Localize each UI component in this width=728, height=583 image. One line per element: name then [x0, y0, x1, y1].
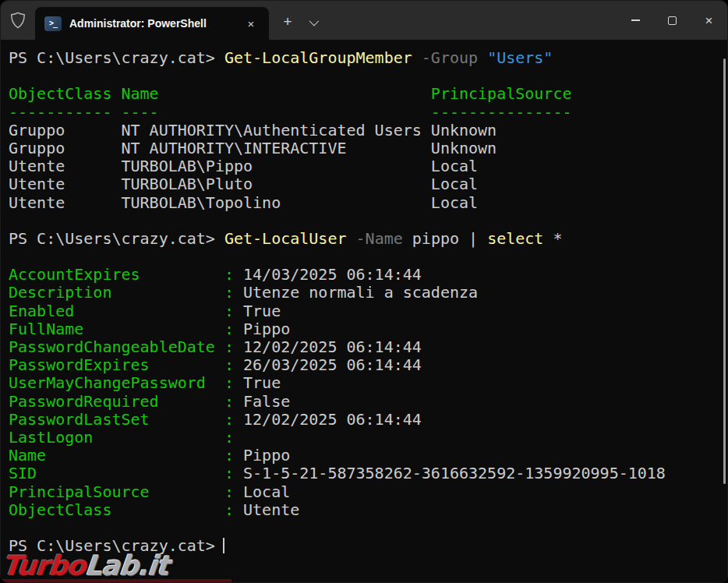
terminal-line: Gruppo NT AUTHORITY\Authenticated Users … — [9, 122, 719, 140]
terminal-line: SID : S-1-5-21-587358262-3616632592-1359… — [9, 465, 719, 482]
terminal-line: Enabled : True — [9, 302, 719, 320]
terminal-content[interactable]: PS C:\Users\crazy.cat> Get-LocalGroupMem… — [1, 40, 727, 582]
terminal-line — [9, 248, 719, 266]
terminal-line — [9, 212, 719, 230]
new-tab-button[interactable]: + — [275, 9, 300, 35]
terminal-line: ObjectClass Name PrincipalSource — [9, 85, 719, 103]
terminal-line: PasswordChangeableDate : 12/02/2025 06:1… — [9, 338, 719, 356]
tab-dropdown-button[interactable] — [300, 9, 325, 35]
terminal-line: UserMayChangePassword : True — [9, 374, 719, 392]
terminal-line: PS C:\Users\crazy.cat> Get-LocalUser -Na… — [9, 230, 719, 248]
terminal-window: >_ Administrator: PowerShell × + × PS C:… — [0, 0, 728, 583]
close-button[interactable]: × — [691, 1, 727, 40]
terminal-line: Utente TURBOLAB\Topolino Local — [9, 194, 719, 212]
terminal-line: Utente TURBOLAB\Pippo Local — [9, 157, 719, 175]
terminal-line: PrincipalSource : Local — [9, 483, 719, 501]
terminal-line: Name : Pippo — [9, 447, 719, 465]
title-bar: >_ Administrator: PowerShell × + × — [1, 1, 727, 40]
terminal-line — [9, 67, 719, 85]
powershell-icon: >_ — [44, 16, 62, 31]
minimize-button[interactable] — [617, 1, 654, 40]
text-cursor — [223, 538, 224, 553]
tab-title: Administrator: PowerShell — [69, 17, 241, 30]
watermark-underline — [1, 579, 231, 582]
terminal-line: PasswordLastSet : 12/02/2025 06:14:44 — [9, 411, 719, 429]
maximize-icon — [668, 16, 677, 25]
terminal-line: PasswordExpires : 26/03/2025 06:14:44 — [9, 356, 719, 374]
scrollbar-thumb[interactable] — [723, 58, 726, 484]
terminal-line: AccountExpires : 14/03/2025 06:14:44 — [9, 266, 719, 284]
terminal-line — [9, 519, 719, 537]
chevron-down-icon — [309, 16, 319, 26]
terminal-line: PS C:\Users\crazy.cat> — [9, 537, 719, 555]
titlebar-drag-area[interactable] — [325, 1, 617, 40]
terminal-line: FullName : Pippo — [9, 320, 719, 338]
terminal-line: Description : Utenze normali a scadenza — [9, 284, 719, 302]
terminal-line: ObjectClass : Utente — [9, 501, 719, 519]
terminal-line: LastLogon : — [9, 429, 719, 447]
minimize-icon — [631, 19, 640, 21]
maximize-button[interactable] — [654, 1, 691, 40]
terminal-line: ----------- ---- --------------- — [9, 104, 719, 122]
tab-administrator-powershell[interactable]: >_ Administrator: PowerShell × — [35, 7, 269, 40]
terminal-line: PS C:\Users\crazy.cat> Get-LocalGroupMem… — [9, 49, 719, 67]
close-icon: × — [705, 14, 713, 27]
admin-shield-icon — [1, 1, 35, 40]
terminal-line: PasswordRequired : False — [9, 393, 719, 411]
terminal-line: Gruppo NT AUTHORITY\INTERACTIVE Unknown — [9, 140, 719, 157]
tab-close-icon[interactable]: × — [241, 13, 261, 34]
terminal-line: Utente TURBOLAB\Pluto Local — [9, 175, 719, 193]
